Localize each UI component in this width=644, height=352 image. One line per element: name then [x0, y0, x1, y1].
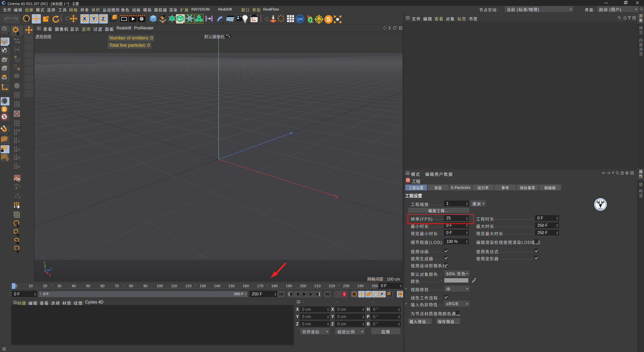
svg-text:S: S: [327, 16, 330, 23]
svg-text:S: S: [3, 115, 6, 119]
svg-text:R: R: [60, 19, 62, 22]
svg-text:X: X: [83, 16, 86, 21]
svg-text:Y: Y: [92, 16, 96, 21]
svg-text:S: S: [3, 99, 6, 104]
svg-text:QR: QR: [297, 17, 303, 21]
svg-text:S: S: [3, 107, 6, 112]
svg-text:Z: Z: [102, 16, 105, 21]
svg-text:(): (): [6, 157, 8, 161]
svg-text:X: X: [49, 273, 51, 277]
svg-text:Y: Y: [43, 261, 46, 265]
svg-text:野鹿君: 野鹿君: [598, 208, 603, 210]
svg-text:Z: Z: [50, 267, 52, 271]
svg-text:R: R: [260, 19, 262, 22]
svg-text:P: P: [381, 292, 383, 296]
